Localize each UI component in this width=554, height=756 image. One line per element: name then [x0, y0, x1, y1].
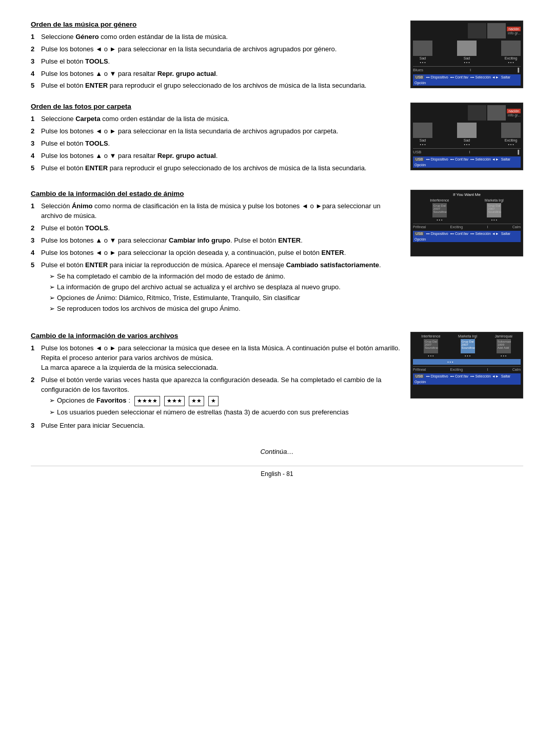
folder-step-2: 2 Pulse los botones ◄ o ► para seleccion… [31, 127, 400, 136]
favorites-icons: ★★★★ ★★★ ★★ ★ [134, 396, 219, 406]
mood-sad2-f: Sad • • • [457, 123, 477, 146]
mood-steps: 1 Selección Ánimo como norma de clasific… [31, 202, 400, 315]
folder-step-4: 4 Pulse los botones ▲ o ▼ para resaltar … [31, 151, 400, 161]
col-marketa-m: Marketa Irgl Grup Dal 2007 Soundtrack • … [458, 334, 477, 357]
genre-step-2: 2 Pulse los botones ◄ o ► para seleccion… [31, 45, 400, 54]
footer-text: English - 81 [261, 470, 293, 478]
screen-folder-divider: USB I ▌ [413, 148, 521, 154]
multi-step-1: 1 Pulse los botones ◄ o ► para seleccion… [31, 344, 400, 373]
section-genre-title: Orden de las música por género [31, 21, 400, 28]
screen-folder: nación info gr... Sad • • • Sad • • • [410, 103, 523, 170]
screen-multi-bottombar: USB ▪▪▪ Dispositivo ▪▪▪ Conf.fav ▪▪▪ Sel… [413, 373, 521, 385]
genre-steps: 1 Seleccione Género como orden estándar … [31, 32, 400, 91]
col-jamiroquai-m: Jamiroquai Subamaster 1999 Add Add • • • [495, 334, 512, 357]
screen-genre-topbar: nación info gr... [413, 23, 521, 38]
screen-genre-divider: Blues I ▌ [413, 66, 521, 72]
multi-arrows: Opciones de Favoritos: ★★★★ ★★★ ★★ ★ Los… [41, 396, 400, 417]
section-mood-image: If You Want Me Interference Grup Dal 200… [410, 190, 523, 317]
screen-mood-song: If You Want Me [413, 192, 521, 197]
continua-text: Continúa… [31, 448, 523, 455]
section-genre-text: Orden de las música por género 1 Selecci… [31, 21, 400, 93]
section-folder: Orden de las fotos por carpeta 1 Selecci… [31, 103, 523, 175]
screen-genre-bottombar: USB ▪▪▪ Dispositivo ▪▪▪ Conf.fav ▪▪▪ Sel… [413, 74, 521, 86]
genre-step-4: 4 Pulse los botones ▲ o ▼ para resaltar … [31, 69, 400, 79]
screen-multi: Interference Grup Dal 2007 Soundtrack • … [410, 332, 523, 399]
folder-step-1: 1 Seleccione Carpeta como orden estándar… [31, 114, 400, 124]
section-mood-title: Cambio de la información del estado de á… [31, 190, 400, 197]
screen-multi-bottom-info: Prifineal Exciting I Calm [413, 366, 521, 371]
mood-sad1-f: Sad • • • [413, 123, 432, 146]
mood-step-3: 3 Pulse los botones ▲ o ▼ para seleccion… [31, 236, 400, 246]
mood-step-2: 2 Pulse el botón TOOLS. [31, 224, 400, 233]
genre-step-5: 5 Pulse el botón ENTER para reproducir e… [31, 81, 400, 91]
mood-step-5: 5 Pulse el botón ENTER para iniciar la r… [31, 261, 400, 315]
mood-exciting-f: Exciting • • • [501, 123, 521, 146]
section-multi-title: Cambio de la información de varios archi… [31, 332, 400, 340]
screen-folder-moods: Sad • • • Sad • • • Exciting • • • [413, 123, 521, 146]
section-mood: Cambio de la información del estado de á… [31, 190, 523, 317]
folder-step-5: 5 Pulse el botón ENTER para reproducir e… [31, 164, 400, 173]
section-multi-text: Cambio de la información de varios archi… [31, 332, 400, 433]
section-multi: Cambio de la información de varios archi… [31, 332, 523, 433]
screen-mood: If You Want Me Interference Grup Dal 200… [410, 190, 523, 256]
folder-step-3: 3 Pulse el botón TOOLS. [31, 139, 400, 149]
screen-genre-label: nación [507, 27, 521, 31]
multi-steps: 1 Pulse los botones ◄ o ► para seleccion… [31, 344, 400, 431]
mood-arrows: Se ha completado el cambio de la informa… [41, 272, 400, 314]
col-marketa: Marketa Irgl Grup Dal 2007 Soundtrack • … [485, 198, 504, 222]
screen-genre-moods: Sad • • • Sad • • • Exciting • • • [413, 41, 521, 64]
screen-folder-label: nación [507, 109, 521, 113]
section-folder-text: Orden de las fotos por carpeta 1 Selecci… [31, 103, 400, 175]
page-footer: English - 81 [31, 466, 523, 478]
multi-step-2: 2 Pulse el botón verde varias veces hast… [31, 375, 400, 419]
screen-folder-topbar: nación info gr... [413, 105, 521, 121]
section-mood-text: Cambio de la información del estado de á… [31, 190, 400, 317]
screen-mood-cols: Interference Grup Dal 2007 Soundtrack • … [413, 198, 521, 222]
mood-sad1: Sad • • • [413, 41, 432, 64]
section-folder-image: nación info gr... Sad • • • Sad • • • [410, 103, 523, 175]
mood-sad2: Sad • • • [457, 41, 477, 64]
screen-folder-bottombar: USB ▪▪▪ Dispositivo ▪▪▪ Conf.fav ▪▪▪ Sel… [413, 156, 521, 168]
section-folder-title: Orden de las fotos por carpeta [31, 103, 400, 110]
genre-step-1: 1 Seleccione Género como orden estándar … [31, 32, 400, 42]
section-genre-image: nación info gr... Sad • • • Sad • • • [410, 21, 523, 93]
folder-steps: 1 Seleccione Carpeta como orden estándar… [31, 114, 400, 173]
mood-exciting1: Exciting • • • [501, 41, 521, 64]
screen-genre: nación info gr... Sad • • • Sad • • • [410, 21, 523, 88]
mood-step-4: 4 Pulse los botones ◄ o ► para seleccion… [31, 248, 400, 258]
page-content: Orden de las música por género 1 Selecci… [31, 21, 523, 478]
section-genre: Orden de las música por género 1 Selecci… [31, 21, 523, 93]
col-interference: Interference Grup Dal 2007 Soundtrack • … [430, 198, 449, 222]
screen-mood-bottom-info: Prifineal Exciting I Calm [413, 224, 521, 229]
mood-step-1: 1 Selección Ánimo como norma de clasific… [31, 202, 400, 221]
multi-step-3: 3 Pulse Enter para iniciar Secuencia. [31, 421, 400, 431]
screen-multi-highlight: • • • [413, 359, 521, 365]
section-multi-image: Interference Grup Dal 2007 Soundtrack • … [410, 332, 523, 433]
screen-multi-cols: Interference Grup Dal 2007 Soundtrack • … [413, 334, 521, 357]
genre-step-3: 3 Pulse el botón TOOLS. [31, 57, 400, 67]
screen-mood-bottombar: USB ▪▪▪ Dispositivo ▪▪▪ Conf.fav ▪▪▪ Sel… [413, 231, 521, 242]
col-interference-m: Interference Grup Dal 2007 Soundtrack • … [421, 334, 440, 357]
